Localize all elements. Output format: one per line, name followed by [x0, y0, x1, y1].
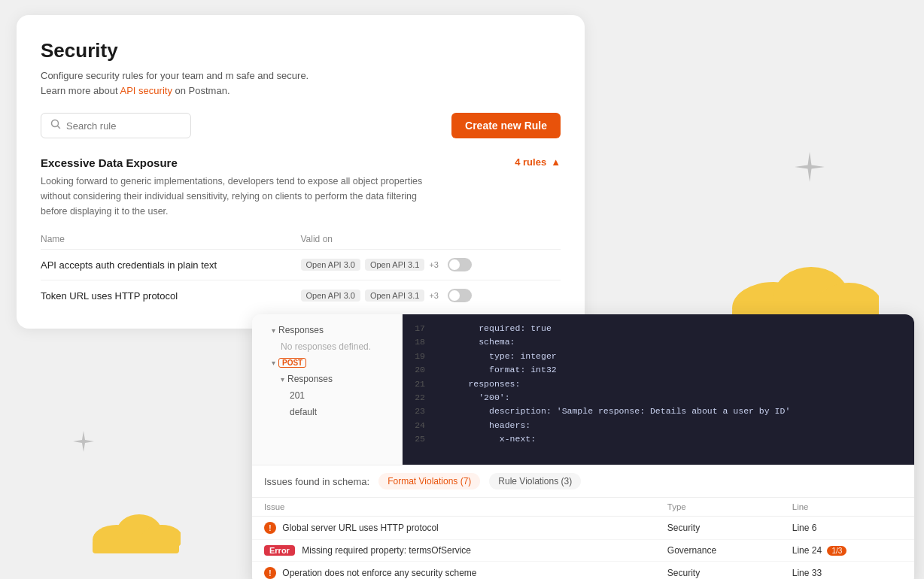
- row-valid-1: Open API 3.0 Open API 3.1 +3: [301, 258, 561, 271]
- code-line: 25 x-next:: [413, 432, 904, 446]
- row-name-2: Token URL uses HTTP protocol: [41, 290, 301, 302]
- code-area: 17 required: true 18 schema: 19 type: in…: [403, 314, 914, 465]
- rules-table: Name Valid on API accepts auth credentia…: [41, 229, 561, 311]
- code-line: 17 required: true: [413, 322, 904, 335]
- tab-rule-violations[interactable]: Rule Violations (3): [489, 473, 581, 490]
- code-line: 21 responses:: [413, 377, 904, 391]
- more-tag-1: +3: [429, 260, 439, 269]
- type-cell-3: Security: [655, 562, 780, 580]
- issues-table: Issue Type Line ! Global server URL uses…: [252, 498, 914, 579]
- issues-label: Issues found in schema:: [264, 476, 369, 487]
- code-line: 23 description: 'Sample response: Detail…: [413, 405, 904, 418]
- tree-responses-1: ▾ Responses: [252, 322, 402, 338]
- tree-post-method: ▾ POST: [252, 355, 402, 371]
- code-panel-top: ▾ Responses No responses defined. ▾ POST…: [252, 314, 914, 465]
- table-row: Token URL uses HTTP protocol Open API 3.…: [41, 280, 561, 311]
- search-wrapper: [41, 113, 191, 138]
- code-line: 20 format: int32: [413, 363, 904, 377]
- chevron-icon: ▾: [281, 375, 284, 383]
- tree-default: default: [252, 404, 402, 420]
- svg-line-9: [58, 126, 60, 129]
- api-tag-2: Open API 3.1: [365, 259, 424, 271]
- api-tag-3: Open API 3.0: [301, 290, 360, 302]
- warning-icon: !: [264, 522, 276, 534]
- bg-star-small: [71, 429, 96, 459]
- toggle-1[interactable]: [448, 258, 472, 271]
- line-cell-3: Line 33: [780, 562, 914, 580]
- create-rule-button[interactable]: Create new Rule: [451, 113, 561, 138]
- line-col-header: Line: [780, 498, 914, 517]
- issue-cell-2: Error Missing required property: termsOf…: [252, 540, 655, 562]
- tree-no-responses: No responses defined.: [252, 338, 402, 355]
- line-badge: 1/3: [827, 546, 846, 556]
- type-col-header: Type: [655, 498, 780, 517]
- toggle-2[interactable]: [448, 289, 472, 302]
- tree-201: 201: [252, 387, 402, 404]
- page-subtitle: Configure security rules for your team a…: [41, 68, 561, 98]
- api-tag-4: Open API 3.1: [365, 290, 424, 302]
- chevron-icon: ▾: [272, 359, 275, 367]
- table-header: Name Valid on: [41, 229, 561, 250]
- chevron-icon: ▾: [272, 326, 275, 335]
- type-cell-2: Governance: [655, 540, 780, 562]
- code-line: 18 schema:: [413, 335, 904, 349]
- tab-format-violations[interactable]: Format Violations (7): [378, 473, 480, 490]
- chevron-up-icon: ▲: [551, 156, 561, 168]
- rules-badge[interactable]: 4 rules ▲: [515, 156, 561, 168]
- bg-star-large: [793, 150, 826, 190]
- search-create-row: Create new Rule: [41, 113, 561, 138]
- tree-panel: ▾ Responses No responses defined. ▾ POST…: [252, 314, 403, 465]
- svg-rect-7: [93, 540, 179, 553]
- issue-cell-3: ! Operation does not enforce any securit…: [252, 562, 655, 580]
- type-cell-1: Security: [655, 517, 780, 540]
- code-line: 24 headers:: [413, 419, 904, 432]
- issue-row: ! Global server URL uses HTTP protocol S…: [252, 517, 914, 540]
- col-name-header: Name: [41, 234, 301, 244]
- section-desc: Looking forward to generic implementatio…: [41, 174, 432, 219]
- tree-responses-2: ▾ Responses: [252, 371, 402, 387]
- code-panel: ▾ Responses No responses defined. ▾ POST…: [252, 314, 914, 579]
- section-title: Excessive Data Exposure: [41, 156, 432, 169]
- col-validon-header: Valid on: [301, 234, 561, 244]
- section-info: Excessive Data Exposure Looking forward …: [41, 156, 432, 219]
- table-row: API accepts auth credentials in plain te…: [41, 250, 561, 280]
- api-security-link[interactable]: API security: [120, 85, 172, 96]
- issue-row: Error Missing required property: termsOf…: [252, 540, 914, 562]
- rules-header: Excessive Data Exposure Looking forward …: [41, 156, 561, 219]
- search-input[interactable]: [66, 120, 181, 132]
- issues-panel: Issues found in schema: Format Violation…: [252, 465, 914, 579]
- more-tag-2: +3: [429, 291, 439, 300]
- code-line: 22 '200':: [413, 391, 904, 405]
- api-tag-1: Open API 3.0: [301, 259, 360, 271]
- issue-row: ! Operation does not enforce any securit…: [252, 562, 914, 580]
- main-card: Security Configure security rules for yo…: [17, 15, 585, 329]
- row-valid-2: Open API 3.0 Open API 3.1 +3: [301, 289, 561, 302]
- issues-header: Issues found in schema: Format Violation…: [252, 465, 914, 498]
- line-cell-2: Line 24 1/3: [780, 540, 914, 562]
- warning-icon: !: [264, 567, 276, 579]
- error-badge: Error: [264, 545, 295, 556]
- page-title: Security: [41, 39, 561, 62]
- code-line: 19 type: integer: [413, 350, 904, 363]
- line-cell-1: Line 6: [780, 517, 914, 540]
- issue-cell-1: ! Global server URL uses HTTP protocol: [252, 517, 655, 540]
- issue-col-header: Issue: [252, 498, 655, 517]
- bg-cloud-small: [90, 508, 181, 556]
- search-icon: [50, 119, 61, 132]
- row-name-1: API accepts auth credentials in plain te…: [41, 259, 301, 271]
